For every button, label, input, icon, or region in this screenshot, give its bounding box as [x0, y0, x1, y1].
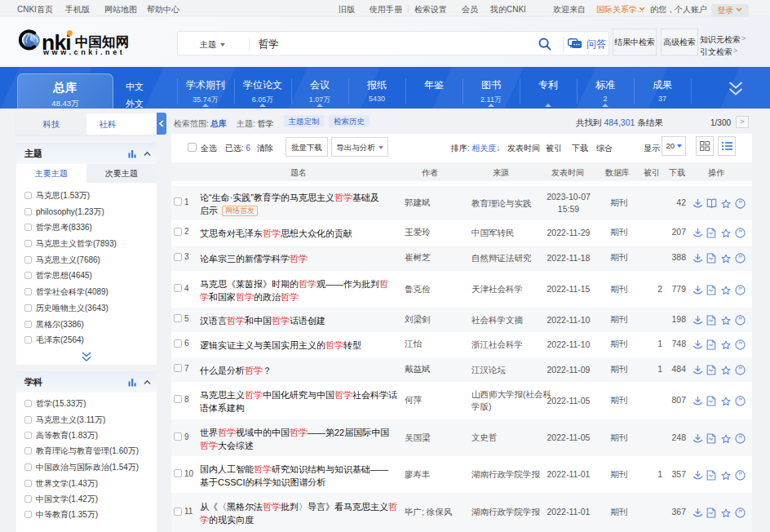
- svg-text:”: ”: [738, 471, 742, 479]
- svg-text:”: ”: [738, 508, 742, 516]
- svg-text:”: ”: [738, 434, 742, 442]
- svg-text:中国知网: 中国知网: [75, 34, 129, 50]
- svg-text:”: ”: [738, 286, 742, 294]
- svg-text:”: ”: [738, 340, 742, 348]
- svg-text:”: ”: [738, 397, 742, 405]
- svg-text:”: ”: [738, 228, 742, 237]
- svg-text:”: ”: [738, 316, 742, 324]
- svg-text:”: ”: [738, 366, 742, 374]
- svg-text:”: ”: [738, 254, 742, 262]
- svg-text:”: ”: [738, 199, 742, 207]
- svg-text:www.cnki.net: www.cnki.net: [42, 48, 125, 56]
